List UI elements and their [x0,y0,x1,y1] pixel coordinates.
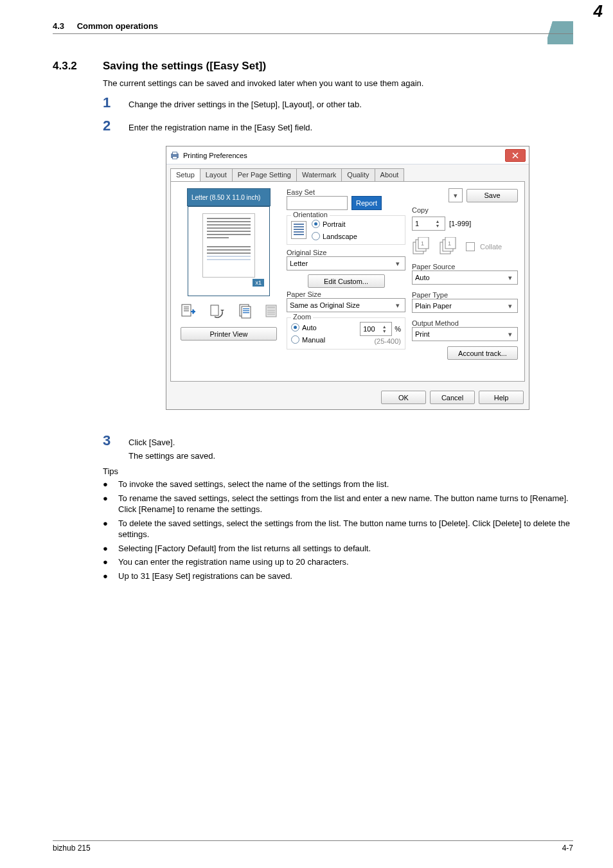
tab-per-page-setting[interactable]: Per Page Setting [232,168,297,181]
copy-range: [1-999] [449,220,471,227]
account-track-button[interactable]: Account track... [447,346,518,360]
pages-icon[interactable] [236,303,253,321]
bullet-icon: ● [103,479,118,490]
svg-rect-22 [267,314,275,315]
svg-rect-15 [243,308,249,309]
ok-button[interactable]: OK [381,391,426,404]
footer-product: bizhub 215 [53,844,91,853]
zoom-value: 100 [363,325,375,333]
output-method-value: Print [415,330,430,338]
tip-item: ●To invoke the saved settings, select th… [103,479,573,490]
zoom-manual-radio[interactable]: Manual [291,335,325,344]
dialog-titlebar[interactable]: Printing Preferences [166,146,529,164]
save-presets-dropdown[interactable]: ▾ [449,188,463,202]
original-size-value: Letter [290,260,308,267]
svg-rect-8 [184,308,189,310]
tab-bar: Setup Layout Per Page Setting Watermark … [166,164,529,181]
tab-setup[interactable]: Setup [170,168,200,181]
tab-watermark[interactable]: Watermark [296,168,342,181]
step-number-1: 1 [103,94,122,111]
zoom-range: (25-400) [374,337,401,345]
step-number-2: 2 [103,118,122,134]
scale-badge: x1 [253,279,264,287]
svg-rect-20 [267,310,275,311]
svg-text:1: 1 [421,240,424,247]
collate-label: Collate [480,243,502,251]
paper-source-combo[interactable]: Auto ▾ [412,270,518,285]
chevron-down-icon: ▾ [506,329,515,339]
header-section-ref: 4.3 [53,21,64,31]
spinner-arrows-icon: ▲▼ [380,324,389,334]
page-preview: x1 [188,206,270,296]
portrait-radio[interactable]: Portrait [312,220,357,228]
bullet-icon: ● [103,493,118,515]
landscape-radio[interactable]: Landscape [312,232,357,240]
collate-checkbox[interactable] [466,242,475,251]
printer-view-button[interactable]: Printer View [181,327,277,341]
orientation-label: Orientation [291,211,330,218]
chapter-marker [547,21,573,44]
copy-value: 1 [415,220,419,227]
addpage-icon[interactable] [180,303,197,321]
paper-type-combo[interactable]: Plain Paper ▾ [412,299,518,313]
rotate-icon[interactable] [208,303,225,321]
tip-item: ●Up to 31 [Easy Set] registrations can b… [103,571,573,582]
original-size-combo[interactable]: Letter ▾ [287,256,405,270]
tips-label: Tips [103,466,118,476]
save-button[interactable]: Save [466,189,518,202]
footer-rule [53,840,573,841]
footer-pagenum: 4-7 [562,844,573,853]
header-rule [53,33,573,34]
easy-set-label: Easy Set [287,188,315,196]
copy-spinner[interactable]: 1 ▲▼ [412,217,445,231]
dialog-screenshot: Printing Preferences Setup Layout Per Pa… [166,146,528,410]
chevron-down-icon: ▾ [506,272,515,283]
tip-item: ●To rename the saved settings, select th… [103,493,573,515]
close-icon[interactable] [505,149,526,162]
tips-list: ●To invoke the saved settings, select th… [103,479,573,584]
paper-size-label: Paper Size [287,290,405,298]
tab-layout[interactable]: Layout [200,168,233,181]
svg-rect-9 [184,310,189,312]
svg-rect-5 [173,156,177,159]
svg-rect-4 [173,152,177,154]
svg-marker-2 [547,21,573,44]
report-button[interactable]: Report [351,196,382,210]
cancel-button[interactable]: Cancel [430,391,475,404]
preview-icon-row [180,303,278,321]
paper-source-value: Auto [415,274,430,281]
paper-type-value: Plain Paper [415,302,452,310]
chapter-number: 4 [594,1,603,21]
bullet-icon: ● [103,556,118,568]
svg-rect-21 [267,312,275,313]
printer-device-icon[interactable] [265,303,278,321]
tip-item: ●Selecting [Factory Default] from the li… [103,543,573,554]
paper-size-banner: Letter (8.50 X 11.0 inch) [187,188,271,206]
help-button[interactable]: Help [479,391,524,404]
paper-size-value: Same as Original Size [290,301,360,309]
zoom-spinner[interactable]: 100 ▲▼ [360,322,392,336]
bullet-icon: ● [103,518,118,540]
section-title: Saving the settings ([Easy Set]) [103,60,266,73]
paper-size-combo[interactable]: Same as Original Size ▾ [287,298,405,312]
svg-text:1: 1 [448,240,451,247]
svg-marker-12 [220,310,224,312]
zoom-auto-radio[interactable]: Auto [291,323,325,332]
copy-label: Copy [412,206,518,214]
spinner-arrows-icon: ▲▼ [433,218,442,229]
svg-rect-16 [243,310,249,311]
bullet-icon: ● [103,571,118,582]
step-text-3: Click [Save]. [129,438,573,447]
dialog-title: Printing Preferences [183,152,247,159]
easy-set-combo[interactable] [287,196,348,210]
zoom-label: Zoom [291,313,313,321]
tab-about[interactable]: About [375,168,405,181]
output-method-combo[interactable]: Print ▾ [412,327,518,341]
tab-quality[interactable]: Quality [341,168,375,181]
edit-custom-button[interactable]: Edit Custom... [308,274,385,288]
step-subtext-3: The settings are saved. [129,451,573,461]
section-number: 4.3.2 [53,60,77,73]
printer-icon [170,151,179,160]
running-header: 4.3 Common operations [53,21,158,31]
original-size-label: Original Size [287,249,405,256]
